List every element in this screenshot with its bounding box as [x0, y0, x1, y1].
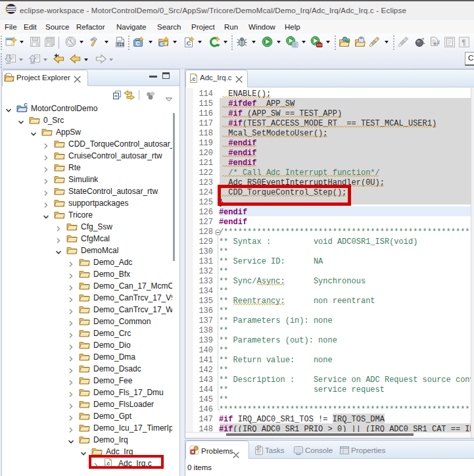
svg-text:010: 010	[117, 42, 124, 47]
svg-text:C: C	[136, 40, 141, 47]
svg-text:C: C	[160, 41, 164, 47]
svg-text:C: C	[24, 103, 28, 108]
svg-text:C: C	[186, 39, 191, 47]
svg-text:¶: ¶	[462, 37, 465, 47]
svg-text:.c: .c	[191, 76, 195, 82]
